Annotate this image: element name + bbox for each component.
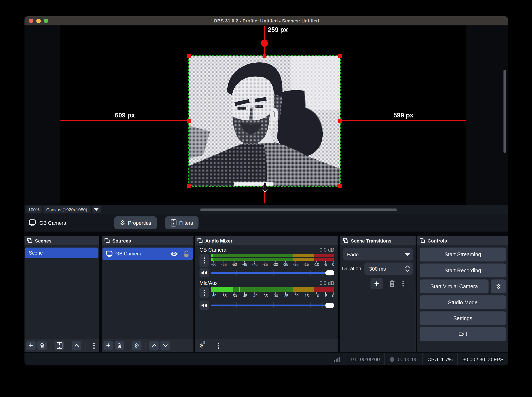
controls-title: Controls [428, 238, 447, 243]
record-icon [390, 357, 395, 362]
audio-mixer-title: Audio Mixer [205, 238, 233, 243]
close-button[interactable] [29, 19, 33, 23]
chevron-up-icon [151, 344, 157, 347]
start-recording-button[interactable]: Start Recording [420, 263, 506, 277]
scene-list-item[interactable]: Scene [25, 248, 98, 258]
move-scene-up-button[interactable] [72, 341, 81, 350]
panel-icon [420, 238, 425, 243]
scene-transitions-body: Fade Duration 300 ms + [340, 245, 416, 352]
advanced-audio-button[interactable]: ⚙ ⚙ [196, 341, 206, 350]
volume-slider[interactable] [211, 268, 334, 277]
transition-actions: + [340, 278, 416, 290]
scene-filters-button[interactable] [54, 341, 64, 350]
horizontal-scrollbar[interactable] [200, 208, 397, 211]
duration-spinbox[interactable]: 300 ms [364, 262, 413, 275]
rotation-handle[interactable] [261, 40, 268, 47]
monitor-icon [106, 251, 113, 257]
slider-handle[interactable] [325, 270, 334, 275]
signal-bars-icon [334, 357, 340, 362]
volume-slider[interactable] [211, 300, 334, 310]
panel-icon [343, 238, 348, 243]
channel-level: 0.0 dB [320, 280, 334, 286]
remove-source-button[interactable] [115, 341, 124, 350]
resize-handle-bottom-right[interactable] [338, 184, 342, 188]
settings-button[interactable]: Settings [420, 311, 506, 325]
canvas-dropdown-button[interactable] [91, 206, 101, 213]
add-source-button[interactable]: + [103, 341, 113, 350]
slider-track[interactable] [211, 272, 334, 273]
source-list-item[interactable]: GB Camera [103, 248, 193, 260]
sources-panel-header: Sources [102, 236, 193, 245]
spacing-guide-left [60, 120, 189, 121]
selection-border [188, 56, 341, 187]
resize-handle-top-left[interactable] [187, 54, 191, 58]
chevron-down-icon [94, 208, 98, 211]
eye-icon[interactable] [170, 251, 178, 256]
filters-button[interactable]: Filters [165, 216, 198, 229]
sources-list[interactable]: GB Camera [102, 245, 193, 339]
unlock-icon[interactable] [184, 250, 189, 257]
audio-mixer-body: GB Camera 0.0 dB -60-55-50-45-40-35-30-2… [195, 245, 338, 339]
dropdown-button[interactable] [402, 253, 413, 256]
screenshot-root: OBS 31.0.2 - Profile: Untitled - Scenes:… [0, 0, 532, 397]
duration-value: 300 ms [364, 266, 402, 272]
stream-time: 00:00:00 [360, 356, 380, 362]
ns-resize-cursor [262, 181, 268, 192]
start-streaming-button[interactable]: Start Streaming [420, 248, 506, 261]
status-bar: 00:00:00 00:00:00 CPU: 1.7% 30.00 / 30.0… [24, 353, 508, 366]
add-transition-button[interactable]: + [370, 278, 383, 290]
slider-track[interactable] [211, 304, 334, 306]
scenes-menu-button[interactable] [89, 341, 99, 350]
preview-area[interactable]: 259 px 609 px 599 px [24, 25, 508, 205]
mixer-menu-button[interactable] [214, 341, 223, 350]
audio-mixer-toolbar: ⚙ ⚙ [195, 339, 338, 352]
speaker-icon [201, 270, 207, 276]
canvas-size-select[interactable]: Canvas (1920x1080) [42, 206, 91, 213]
panel-icon [27, 238, 32, 243]
properties-label: Properties [128, 220, 151, 226]
minimize-button[interactable] [36, 19, 41, 23]
move-source-down-button[interactable] [160, 341, 170, 350]
chevron-up-icon [74, 344, 79, 347]
add-scene-button[interactable]: + [26, 341, 36, 350]
fps-indicator: 30.00 / 30.00 FPS [458, 356, 508, 362]
transition-menu-button[interactable] [402, 280, 404, 286]
toolbar-separator [85, 341, 86, 350]
resize-handle-top-right[interactable] [338, 54, 342, 58]
properties-button[interactable]: ⚙ Properties [114, 216, 157, 229]
resize-handle-bottom-left[interactable] [187, 184, 191, 188]
mute-button[interactable] [200, 268, 209, 277]
trash-icon [117, 343, 122, 348]
spin-up-icon[interactable] [405, 265, 410, 268]
slider-handle[interactable] [325, 303, 334, 308]
sources-title: Sources [112, 238, 131, 243]
remove-transition-button[interactable] [388, 280, 396, 287]
stream-timer: 00:00:00 [345, 356, 385, 362]
exit-button[interactable]: Exit [420, 327, 506, 341]
source-properties-button[interactable]: ⚙ [132, 341, 141, 350]
source-toolbar: GB Camera ⚙ Properties Filters [24, 214, 508, 231]
source-item-label: GB Camera [115, 251, 168, 256]
studio-mode-button[interactable]: Studio Mode [420, 295, 506, 309]
spacing-label-right: 599 px [388, 112, 419, 119]
spin-down-icon[interactable] [405, 269, 410, 272]
maximize-button[interactable] [44, 19, 48, 23]
start-virtual-camera-button[interactable]: Start Virtual Camera [420, 279, 489, 293]
scenes-panel: Scenes Scene + [24, 236, 99, 352]
record-time: 00:00:00 [398, 356, 418, 362]
channel-menu-button[interactable] [200, 287, 209, 298]
transition-select[interactable]: Fade [343, 248, 413, 261]
mute-button[interactable] [200, 300, 209, 310]
broadcast-icon [350, 357, 357, 362]
vertical-scrollbar[interactable] [503, 70, 506, 153]
remove-scene-button[interactable] [37, 341, 47, 350]
selected-source-gb-camera[interactable] [189, 56, 340, 186]
kebab-icon [204, 257, 205, 263]
transition-value: Fade [343, 251, 402, 257]
channel-menu-button[interactable] [200, 254, 209, 267]
move-source-up-button[interactable] [149, 341, 159, 350]
virtual-camera-settings-button[interactable]: ⚙ [491, 279, 506, 293]
zoom-level-select[interactable]: 100% [26, 206, 42, 213]
toolbar-separator [68, 341, 68, 350]
scenes-list[interactable]: Scene [24, 245, 99, 339]
